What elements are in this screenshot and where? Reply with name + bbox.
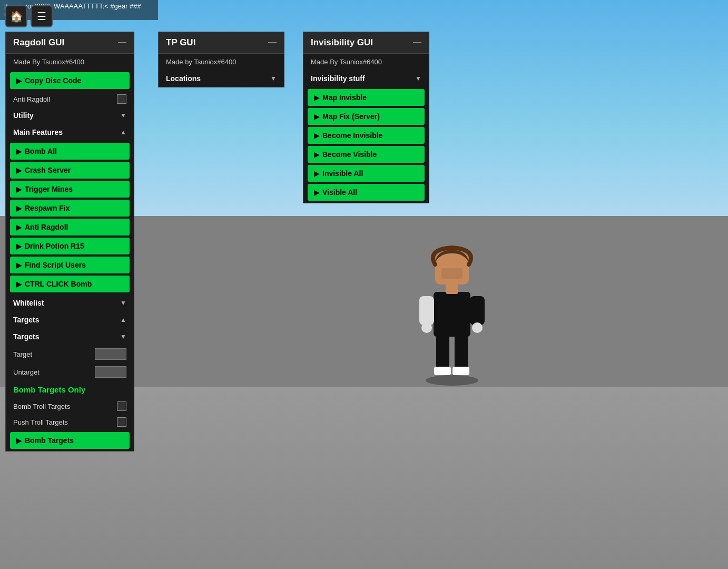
targets-sub-label: Targets (13, 332, 40, 341)
target-input[interactable] (95, 348, 126, 360)
targets-arrow: ▲ (120, 316, 126, 323)
locations-label: Locations (166, 74, 201, 83)
find-script-users-btn[interactable]: ▶ Find Script Users (10, 257, 130, 273)
visible-all-btn[interactable]: ▶ Visible All (308, 184, 425, 201)
invisibility-stuff-arrow: ▼ (415, 75, 421, 82)
targets-label: Targets (13, 316, 40, 324)
bomb-troll-targets-label: Bomb Troll Targets (13, 403, 70, 410)
whitelist-arrow: ▼ (120, 299, 126, 307)
ragdoll-title: Ragdoll GUI (13, 37, 64, 48)
ragdoll-panel: Ragdoll GUI — Made By Tsuniox#6400 ▶ Cop… (5, 32, 134, 452)
map-invisible-btn[interactable]: ▶ Map Invisble (308, 89, 425, 106)
push-troll-targets-checkbox[interactable] (117, 417, 126, 427)
crash-server-btn[interactable]: ▶ Crash Server (10, 162, 130, 179)
ragdoll-panel-header: Ragdoll GUI — (6, 32, 134, 54)
bomb-troll-targets-row: Bomb Troll Targets (6, 398, 134, 414)
svg-rect-12 (441, 268, 463, 279)
main-features-label: Main Features (13, 128, 63, 136)
whitelist-label: Whitelist (13, 299, 44, 307)
svg-rect-6 (419, 296, 434, 325)
target-row: Target (6, 345, 134, 363)
drink-potion-btn[interactable]: ▶ Drink Potion R15 (10, 238, 130, 254)
svg-rect-3 (434, 367, 451, 375)
main-features-arrow: ▲ (120, 129, 126, 136)
ragdoll-collapse-btn[interactable]: — (118, 38, 126, 47)
invisibility-stuff-label: Invisibility stuff (311, 74, 365, 83)
invis-panel: Invisibility GUI — Made By Tsuniox#6400 … (303, 32, 429, 203)
bomb-troll-targets-checkbox[interactable] (117, 401, 126, 411)
cursor-icon: ▶ (16, 77, 22, 85)
tp-panel: TP GUI — Made by Tsuniox#6400 Locations … (158, 32, 284, 87)
bomb-targets-btn[interactable]: ▶ Bomb Targets (10, 432, 130, 449)
home-icon-btn[interactable]: 🏠 (5, 5, 27, 27)
invis-made-by: Made By Tsuniox#6400 (303, 54, 429, 70)
utility-label: Utility (13, 111, 34, 120)
become-visible-btn[interactable]: ▶ Become Visible (308, 146, 425, 163)
anti-ragdoll-row: Anti Ragdoll (6, 91, 134, 107)
ragdoll-made-by: Made By Tsuniox#6400 (6, 54, 134, 70)
bomb-all-btn[interactable]: ▶ Bomb All (10, 143, 130, 160)
targets-sub-section[interactable]: Targets ▼ (6, 328, 134, 345)
become-invisible-btn[interactable]: ▶ Become Invisible (308, 127, 425, 144)
targets-section[interactable]: Targets ▲ (6, 311, 134, 328)
tp-made-by: Made by Tsuniox#6400 (159, 54, 284, 70)
invisible-all-btn[interactable]: ▶ Invisible All (308, 165, 425, 182)
tp-collapse-btn[interactable]: — (268, 38, 277, 47)
invis-collapse-btn[interactable]: — (413, 38, 421, 47)
svg-rect-1 (436, 334, 449, 371)
locations-arrow: ▼ (270, 75, 277, 82)
svg-rect-7 (470, 296, 485, 325)
ctrl-click-bomb-btn[interactable]: ▶ CTRL CLICK Bomb (10, 276, 130, 292)
bomb-targets-only-label: Bomb Targets Only (6, 381, 134, 398)
tp-panel-header: TP GUI — (159, 32, 284, 54)
locations-section[interactable]: Locations ▼ (159, 70, 284, 87)
anti-ragdoll-label: Anti Ragdoll (13, 95, 50, 103)
target-label: Target (13, 350, 32, 358)
untarget-label: Untarget (13, 368, 40, 376)
push-troll-targets-label: Push Troll Targets (13, 418, 68, 426)
utility-section[interactable]: Utility ▼ (6, 107, 134, 124)
invis-panel-header: Invisibility GUI — (303, 32, 429, 54)
main-features-section[interactable]: Main Features ▲ (6, 124, 134, 141)
targets-sub-arrow: ▼ (120, 333, 126, 340)
copy-disc-code-btn[interactable]: ▶ Copy Disc Code (10, 72, 130, 89)
svg-rect-4 (452, 367, 469, 375)
untarget-input[interactable] (95, 366, 126, 378)
svg-rect-5 (434, 292, 470, 337)
anti-ragdoll-checkbox[interactable] (117, 94, 126, 104)
push-troll-targets-row: Push Troll Targets (6, 414, 134, 430)
untarget-row: Untarget (6, 363, 134, 381)
character (415, 239, 489, 387)
trigger-mines-btn[interactable]: ▶ Trigger Mines (10, 181, 130, 198)
invis-title: Invisibility GUI (311, 37, 373, 48)
gui-icons-container: 🏠 ☰ (5, 5, 53, 27)
anti-ragdoll-btn[interactable]: ▶ Anti Ragdoll (10, 219, 130, 236)
tp-title: TP GUI (166, 37, 195, 48)
utility-arrow: ▼ (120, 112, 126, 119)
svg-point-0 (426, 375, 478, 386)
map-fix-server-btn[interactable]: ▶ Map Fix (Server) (308, 108, 425, 125)
whitelist-section[interactable]: Whitelist ▼ (6, 295, 134, 311)
respawn-fix-btn[interactable]: ▶ Respawn Fix (10, 200, 130, 217)
invisibility-stuff-section[interactable]: Invisibility stuff ▼ (303, 70, 429, 87)
svg-point-8 (421, 322, 432, 333)
menu-icon-btn[interactable]: ☰ (31, 5, 53, 27)
svg-rect-2 (455, 334, 468, 371)
svg-point-9 (472, 322, 483, 333)
